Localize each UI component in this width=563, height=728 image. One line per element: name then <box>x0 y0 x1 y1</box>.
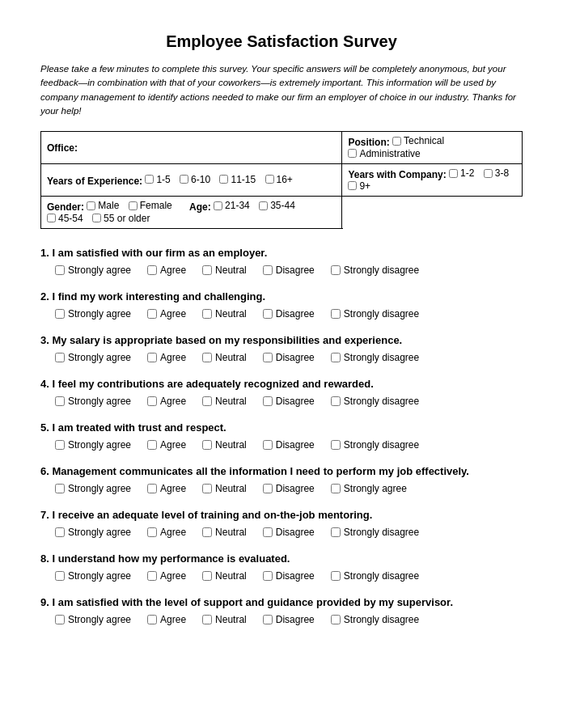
option-q5-3[interactable]: Disagree <box>263 439 315 451</box>
checkbox-q2-0[interactable] <box>55 309 65 319</box>
option-q4-0[interactable]: Strongly agree <box>55 396 131 407</box>
option-q7-2[interactable]: Neutral <box>202 527 247 538</box>
years-exp-6-10[interactable] <box>180 175 188 184</box>
checkbox-q4-1[interactable] <box>147 396 157 406</box>
checkbox-q5-0[interactable] <box>55 440 65 450</box>
checkbox-q4-4[interactable] <box>331 396 341 406</box>
option-q8-0[interactable]: Strongly agree <box>55 570 131 582</box>
checkbox-q3-0[interactable] <box>55 353 65 362</box>
checkbox-q1-2[interactable] <box>202 265 212 275</box>
option-q1-4[interactable]: Strongly disagree <box>331 265 419 276</box>
checkbox-q2-2[interactable] <box>202 309 212 319</box>
checkbox-q6-3[interactable] <box>263 484 273 493</box>
years-exp-16plus[interactable] <box>265 175 274 184</box>
position-administrative[interactable] <box>348 149 357 158</box>
option-q5-2[interactable]: Neutral <box>202 439 247 451</box>
checkbox-q6-2[interactable] <box>202 484 212 493</box>
option-q9-3[interactable]: Disagree <box>263 614 315 625</box>
checkbox-q6-1[interactable] <box>147 484 157 493</box>
option-q2-1[interactable]: Agree <box>147 308 186 320</box>
checkbox-q7-2[interactable] <box>202 527 212 537</box>
option-q6-1[interactable]: Agree <box>147 483 186 494</box>
option-q1-2[interactable]: Neutral <box>202 265 247 276</box>
checkbox-q8-1[interactable] <box>147 571 157 581</box>
checkbox-q8-4[interactable] <box>331 571 341 581</box>
checkbox-q2-3[interactable] <box>263 309 273 319</box>
checkbox-q9-2[interactable] <box>202 615 212 624</box>
option-q6-2[interactable]: Neutral <box>202 483 247 494</box>
checkbox-q3-4[interactable] <box>331 353 341 362</box>
checkbox-q9-1[interactable] <box>147 615 157 624</box>
option-q4-4[interactable]: Strongly disagree <box>331 396 419 407</box>
checkbox-q4-3[interactable] <box>263 396 273 406</box>
option-q3-3[interactable]: Disagree <box>263 352 315 363</box>
years-exp-1-5[interactable] <box>145 175 154 184</box>
checkbox-q2-4[interactable] <box>331 309 341 319</box>
checkbox-q3-2[interactable] <box>202 353 212 362</box>
option-q3-0[interactable]: Strongly agree <box>55 352 131 363</box>
option-q8-4[interactable]: Strongly disagree <box>331 570 419 582</box>
age-21-34[interactable] <box>214 201 222 210</box>
option-q1-3[interactable]: Disagree <box>263 265 315 276</box>
option-q6-3[interactable]: Disagree <box>263 483 315 494</box>
checkbox-q1-0[interactable] <box>55 265 65 275</box>
option-q4-1[interactable]: Agree <box>147 396 186 407</box>
option-q8-2[interactable]: Neutral <box>202 570 247 582</box>
checkbox-q1-1[interactable] <box>147 265 157 275</box>
option-q1-0[interactable]: Strongly agree <box>55 265 131 276</box>
checkbox-q7-0[interactable] <box>55 527 65 537</box>
years-exp-11-15[interactable] <box>219 175 228 184</box>
option-q3-2[interactable]: Neutral <box>202 352 247 363</box>
checkbox-q9-0[interactable] <box>55 615 65 624</box>
option-q3-1[interactable]: Agree <box>147 352 186 363</box>
years-co-1-2[interactable] <box>449 169 458 178</box>
option-q9-4[interactable]: Strongly disagree <box>331 614 419 625</box>
years-co-3-8[interactable] <box>484 169 493 178</box>
checkbox-q1-4[interactable] <box>331 265 341 275</box>
checkbox-q8-2[interactable] <box>202 571 212 581</box>
checkbox-q8-3[interactable] <box>263 571 273 581</box>
option-q6-4[interactable]: Strongly agree <box>331 483 407 494</box>
position-technical[interactable] <box>392 137 401 146</box>
option-q7-1[interactable]: Agree <box>147 527 186 538</box>
option-q9-1[interactable]: Agree <box>147 614 186 625</box>
option-q4-3[interactable]: Disagree <box>263 396 315 407</box>
checkbox-q6-4[interactable] <box>331 484 341 493</box>
option-q5-0[interactable]: Strongly agree <box>55 439 131 451</box>
option-q2-0[interactable]: Strongly agree <box>55 308 131 320</box>
option-q8-3[interactable]: Disagree <box>263 570 315 582</box>
option-q2-4[interactable]: Strongly disagree <box>331 308 419 320</box>
option-q7-3[interactable]: Disagree <box>263 527 315 538</box>
option-q5-1[interactable]: Agree <box>147 439 186 451</box>
option-q4-2[interactable]: Neutral <box>202 396 247 407</box>
option-q7-4[interactable]: Strongly disagree <box>331 527 419 538</box>
checkbox-q1-3[interactable] <box>263 265 273 275</box>
gender-female[interactable] <box>129 201 138 210</box>
checkbox-q5-3[interactable] <box>263 440 273 450</box>
checkbox-q9-4[interactable] <box>331 615 341 624</box>
checkbox-q7-3[interactable] <box>263 527 273 537</box>
checkbox-q4-2[interactable] <box>202 396 212 406</box>
option-q9-2[interactable]: Neutral <box>202 614 247 625</box>
option-q9-0[interactable]: Strongly agree <box>55 614 131 625</box>
age-45-54[interactable] <box>47 214 56 222</box>
checkbox-q7-1[interactable] <box>147 527 157 537</box>
checkbox-q4-0[interactable] <box>55 396 65 406</box>
checkbox-q9-3[interactable] <box>263 615 273 624</box>
age-55plus[interactable] <box>92 214 101 222</box>
years-co-9plus[interactable] <box>348 181 357 190</box>
checkbox-q5-2[interactable] <box>202 440 212 450</box>
gender-male[interactable] <box>87 201 95 210</box>
option-q8-1[interactable]: Agree <box>147 570 186 582</box>
option-q3-4[interactable]: Strongly disagree <box>331 352 419 363</box>
option-q7-0[interactable]: Strongly agree <box>55 527 131 538</box>
checkbox-q5-4[interactable] <box>331 440 341 450</box>
checkbox-q2-1[interactable] <box>147 309 157 319</box>
checkbox-q7-4[interactable] <box>331 527 341 537</box>
checkbox-q5-1[interactable] <box>147 440 157 450</box>
age-35-44[interactable] <box>259 201 268 210</box>
checkbox-q3-1[interactable] <box>147 353 157 362</box>
checkbox-q3-3[interactable] <box>263 353 273 362</box>
option-q2-3[interactable]: Disagree <box>263 308 315 320</box>
option-q5-4[interactable]: Strongly disagree <box>331 439 419 451</box>
